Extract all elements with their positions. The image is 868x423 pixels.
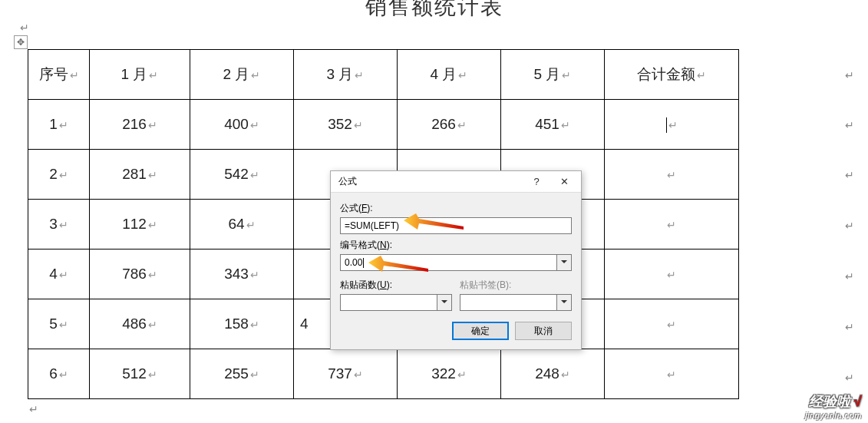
paragraph-mark: ↵ (845, 220, 854, 232)
annotation-arrow-icon (368, 255, 430, 275)
col-m5: 5 月 (501, 50, 605, 100)
chevron-down-icon (441, 300, 447, 303)
annotation-arrow-icon (404, 213, 465, 233)
paragraph-mark: ↵ (845, 69, 854, 81)
svg-marker-0 (404, 213, 464, 230)
col-m4: 4 月 (398, 50, 501, 100)
table-row[interactable]: 1 216 400 352 266 451 (28, 100, 739, 150)
close-icon[interactable]: ✕ (550, 172, 578, 192)
table-anchor-icon[interactable]: ✥ (14, 35, 28, 49)
col-total: 合计金额 (605, 50, 739, 100)
col-seq: 序号 (28, 50, 90, 100)
paragraph-mark: ↵ (845, 321, 854, 333)
paste-function-label: 粘贴函数(U): (340, 279, 452, 292)
paragraph-mark: ↵ (29, 403, 38, 415)
paragraph-mark: ↵ (845, 270, 854, 283)
col-m3: 3 月 (294, 50, 398, 100)
paragraph-mark: ↵ (845, 119, 854, 131)
dialog-titlebar[interactable]: 公式 ? ✕ (331, 171, 581, 193)
chevron-down-icon (561, 260, 567, 263)
format-label: 编号格式(N): (340, 239, 572, 252)
table-header-row: 序号 1 月 2 月 3 月 4 月 5 月 合计金额 (28, 50, 739, 100)
col-m1: 1 月 (90, 50, 190, 100)
col-m2: 2 月 (190, 50, 294, 100)
paragraph-mark: ↵ (845, 169, 854, 181)
paste-bookmark-select (460, 294, 572, 311)
watermark: 经验啦 √ jingyanla.com (805, 392, 862, 420)
page-title: 销售额统计表 (0, 0, 868, 21)
paste-bookmark-label: 粘贴书签(B): (460, 279, 572, 292)
cancel-button[interactable]: 取消 (515, 322, 572, 340)
table-row[interactable]: 6 512 255 737 322 248 (28, 349, 739, 399)
help-button[interactable]: ? (523, 172, 550, 192)
paragraph-mark: ↵ (845, 372, 854, 384)
ok-button[interactable]: 确定 (452, 322, 509, 340)
chevron-down-icon (561, 300, 567, 303)
active-cell[interactable] (605, 100, 739, 150)
svg-marker-1 (368, 256, 428, 272)
paragraph-mark: ↵ (20, 21, 29, 34)
dialog-title: 公式 (338, 175, 523, 188)
paste-function-select[interactable] (340, 294, 452, 311)
